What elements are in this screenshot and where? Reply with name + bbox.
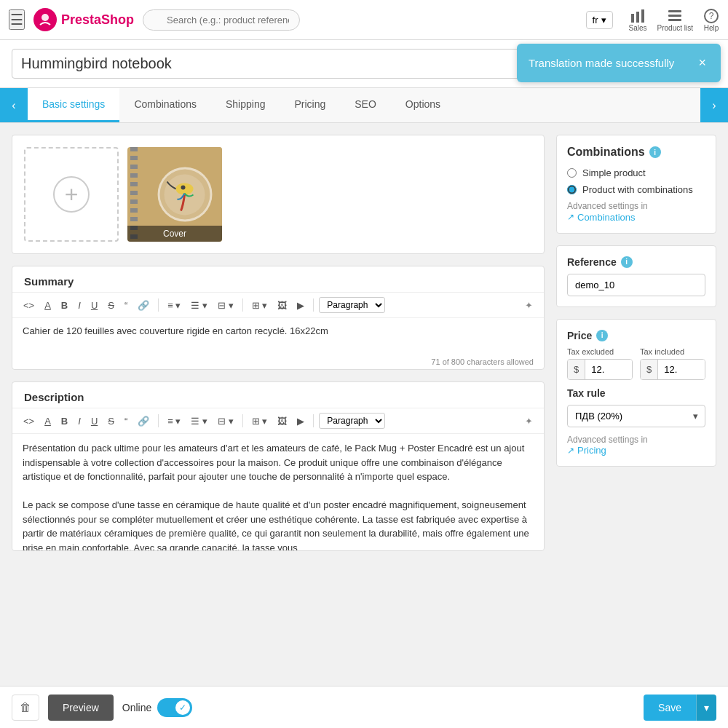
tax-included-currency: $ <box>641 360 658 379</box>
combinations-link[interactable]: ↗ Combinations <box>567 212 636 223</box>
product-image-cover[interactable]: Cover <box>127 147 222 242</box>
description-editor-content[interactable]: Présentation du pack ultime pour les ama… <box>12 434 544 550</box>
toolbar-align-button[interactable]: ≡ ▾ <box>164 298 184 313</box>
combinations-link-icon: ↗ <box>567 212 574 222</box>
combinations-info-icon[interactable]: i <box>649 146 661 158</box>
svg-rect-5 <box>668 15 681 17</box>
toolbar-font-button[interactable]: A <box>41 298 55 313</box>
description-paragraph-1: Présentation du pack ultime pour les ama… <box>23 441 534 484</box>
tab-basic-settings[interactable]: Basic settings <box>28 88 119 122</box>
toast-close-button[interactable]: × <box>698 55 706 71</box>
toolbar-italic-button[interactable]: I <box>74 298 84 313</box>
tab-shipping[interactable]: Shipping <box>211 88 280 122</box>
tax-excluded-col: Tax excluded $ <box>567 347 633 380</box>
desc-toolbar-paragraph-select[interactable]: Paragraph <box>319 413 385 429</box>
toolbar-paragraph-select[interactable]: Paragraph <box>319 297 385 313</box>
simple-product-radio[interactable] <box>567 168 577 178</box>
sales-label: Sales <box>629 24 647 32</box>
simple-product-option[interactable]: Simple product <box>567 167 705 178</box>
online-toggle-switch[interactable]: ✓ <box>157 698 192 717</box>
desc-toolbar-video-button[interactable]: ▶ <box>293 414 308 429</box>
image-upload-button[interactable]: + <box>24 147 119 242</box>
desc-toolbar-bullets-button[interactable]: ☰ ▾ <box>187 414 211 429</box>
desc-toolbar-ai-button[interactable]: ✦ <box>521 414 537 429</box>
reference-input[interactable] <box>567 274 705 296</box>
preview-button[interactable]: Preview <box>48 695 114 721</box>
tab-pricing[interactable]: Pricing <box>280 88 340 122</box>
tab-prev-button[interactable]: ‹ <box>0 88 28 122</box>
reference-info-icon[interactable]: i <box>621 256 633 268</box>
tab-seo[interactable]: SEO <box>340 88 391 122</box>
svg-rect-4 <box>668 10 681 12</box>
reference-card: Reference i <box>556 245 716 307</box>
toolbar-bold-button[interactable]: B <box>58 298 71 313</box>
with-combinations-radio[interactable] <box>567 185 577 194</box>
tab-next-button[interactable]: › <box>700 88 728 122</box>
delete-button[interactable]: 🗑 <box>12 695 39 721</box>
toolbar-image-button[interactable]: 🖼 <box>274 298 290 313</box>
price-label-text: Price <box>567 330 592 341</box>
desc-toolbar-align-button[interactable]: ≡ ▾ <box>164 414 184 429</box>
desc-toolbar-numbered-button[interactable]: ⊟ ▾ <box>214 414 237 429</box>
toolbar-video-button[interactable]: ▶ <box>293 298 308 313</box>
desc-toolbar-code-button[interactable]: <> <box>20 414 38 429</box>
pricing-link[interactable]: ↗ Pricing <box>567 445 606 456</box>
toolbar-underline-button[interactable]: U <box>87 298 101 313</box>
save-button[interactable]: Save <box>644 695 696 721</box>
summary-section: Summary <> A B I U S “ 🔗 ≡ ▾ ☰ ▾ ⊟ ▾ ⊞ ▾… <box>12 266 545 370</box>
description-toolbar: <> A B I U S “ 🔗 ≡ ▾ ☰ ▾ ⊟ ▾ ⊞ ▾ 🖼 ▶ Par… <box>12 408 544 434</box>
desc-toolbar-font-button[interactable]: A <box>41 414 55 429</box>
desc-toolbar-link-button[interactable]: 🔗 <box>134 414 153 429</box>
toolbar-bullets-button[interactable]: ☰ ▾ <box>187 298 211 313</box>
hamburger-menu[interactable]: ☰ <box>9 9 25 30</box>
desc-toolbar-bold-button[interactable]: B <box>58 414 71 429</box>
logo-icon <box>33 8 57 31</box>
sales-nav-icon[interactable]: Sales <box>629 8 647 32</box>
logo[interactable]: PrestaShop <box>33 8 134 31</box>
toolbar-link-button[interactable]: 🔗 <box>134 298 153 313</box>
product-title-input[interactable] <box>12 49 578 79</box>
combinations-title-text: Combinations <box>567 146 645 159</box>
toast-notification: Translation made successfully × <box>517 44 721 82</box>
desc-toolbar-underline-button[interactable]: U <box>87 414 101 429</box>
toolbar-quote-button[interactable]: “ <box>121 298 131 313</box>
tax-excluded-input[interactable] <box>585 360 632 379</box>
toggle-check-icon: ✓ <box>179 703 186 713</box>
help-nav-icon[interactable]: ? Help <box>703 8 719 32</box>
search-input[interactable] <box>143 9 300 31</box>
tab-options[interactable]: Options <box>391 88 455 122</box>
tax-rule-select[interactable]: ПДВ (20%) <box>567 405 705 427</box>
topnav-right: fr ▾ Sales Product list ? Help <box>586 8 719 32</box>
desc-toolbar-italic-button[interactable]: I <box>74 414 84 429</box>
product-list-nav-icon[interactable]: Product list <box>657 8 693 32</box>
top-navigation: ☰ PrestaShop 🔍 fr ▾ Sales Product list ?… <box>0 0 728 40</box>
toolbar-code-button[interactable]: <> <box>20 298 38 313</box>
main-content: + <box>0 123 728 563</box>
left-panel: + <box>12 135 545 551</box>
toolbar-strikethrough-button[interactable]: S <box>104 298 118 313</box>
with-combinations-option[interactable]: Product with combinations <box>567 184 705 195</box>
tax-rule-label: Tax rule <box>567 387 705 399</box>
toolbar-ai-button[interactable]: ✦ <box>521 298 537 313</box>
desc-toolbar-image-button[interactable]: 🖼 <box>274 414 290 429</box>
help-label: Help <box>704 24 719 32</box>
language-selector[interactable]: fr ▾ <box>586 11 613 29</box>
tax-included-input[interactable] <box>658 360 705 379</box>
toolbar-numbered-button[interactable]: ⊟ ▾ <box>214 298 237 313</box>
image-cover-label: Cover <box>127 226 222 242</box>
description-paragraph-2: Le pack se compose d'une tasse en cérami… <box>23 498 534 550</box>
footer: 🗑 Preview Online ✓ Save ▾ <box>0 686 728 728</box>
toolbar-separator-3 <box>313 298 314 312</box>
svg-rect-6 <box>668 19 681 21</box>
tax-excluded-input-wrap: $ <box>567 359 633 380</box>
save-dropdown-button[interactable]: ▾ <box>696 695 716 721</box>
summary-editor-content[interactable]: Cahier de 120 feuilles avec couverture r… <box>12 318 544 355</box>
desc-toolbar-quote-button[interactable]: “ <box>121 414 131 429</box>
desc-toolbar-strikethrough-button[interactable]: S <box>104 414 118 429</box>
toolbar-separator-2 <box>242 298 243 312</box>
desc-toolbar-table-button[interactable]: ⊞ ▾ <box>248 414 272 429</box>
image-section: + <box>12 135 545 254</box>
price-info-icon[interactable]: i <box>596 330 608 341</box>
tab-combinations[interactable]: Combinations <box>119 88 211 122</box>
toolbar-table-button[interactable]: ⊞ ▾ <box>248 298 272 313</box>
